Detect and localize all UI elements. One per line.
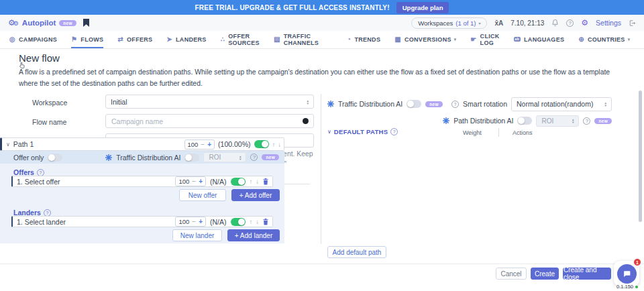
lander-enabled-toggle[interactable] (231, 218, 246, 226)
create-and-close-button[interactable]: Create and close (563, 268, 611, 280)
cursor-icon: ☛ (470, 36, 476, 43)
notifications-bell-icon[interactable] (551, 19, 559, 27)
add-default-path-button[interactable]: Add default path (327, 246, 386, 258)
globe-icon: ⊕ (578, 36, 584, 43)
add-lander-button[interactable]: + Add lander (227, 229, 280, 241)
tab-traffic-channels[interactable]: ▤TRAFFIC CHANNELS (274, 31, 319, 48)
select-stepper-icon: ▴▾ (307, 99, 309, 105)
question-icon[interactable]: ? (44, 209, 51, 217)
create-button[interactable]: Create (531, 268, 559, 280)
gear-icon[interactable]: ⚙ (581, 19, 588, 27)
smart-rotation-select[interactable]: Normal rotation(random) ▴▾ (511, 97, 612, 111)
flow-name-input[interactable] (105, 114, 314, 128)
offer-weight-stepper[interactable]: 100 − + (175, 176, 206, 186)
tab-campaigns[interactable]: ◎CAMPAIGNS (9, 31, 57, 48)
workspaces-selector[interactable]: Workspaces (1 of 1) ▾ (411, 17, 487, 29)
datetime: 7.10, 21:13 (511, 19, 544, 27)
workspaces-count: (1 of 1) (455, 19, 476, 27)
question-icon[interactable]: ? (250, 154, 258, 161)
inner-traffic-ai-toggle[interactable] (184, 154, 199, 162)
offer-weight-value: 100 (178, 178, 189, 185)
select-stepper-icon: ▴▾ (572, 118, 574, 123)
cancel-button[interactable]: Cancel (496, 268, 527, 280)
move-down-icon[interactable]: ↓ (278, 141, 280, 148)
inner-traffic-ai-group: Traffic Distribution AI ROI ▴▾ ? new (105, 152, 279, 162)
offer-only-toggle[interactable] (48, 154, 62, 162)
question-icon[interactable]: ? (390, 128, 398, 135)
path-ai-row: Path Distribution AI ROI ▴▾ ? new (327, 115, 612, 127)
scrollbar-thumb[interactable] (639, 91, 642, 222)
default-paths-label: DEFAULT PATHS (334, 128, 388, 135)
tab-flows[interactable]: ⚑FLOWS (71, 31, 103, 48)
lander-weight-value: 100 (178, 218, 189, 225)
bookmark-icon[interactable] (83, 19, 89, 27)
tab-offer-sources[interactable]: ∴OFFER SOURCES (221, 31, 260, 48)
logout-icon[interactable] (629, 19, 636, 27)
minus-icon[interactable]: − (192, 218, 196, 225)
flow-name-wrap (105, 114, 314, 128)
settings-link[interactable]: Settings (596, 19, 621, 27)
traffic-ai-toggle[interactable] (407, 100, 421, 108)
trash-icon[interactable] (262, 218, 269, 225)
tab-conversions[interactable]: ▦CONVERSIONS▾ (394, 31, 456, 48)
new-lander-button[interactable]: New lander (172, 229, 222, 241)
color-picker-dot[interactable] (303, 118, 309, 124)
path-row[interactable]: ∨ Path 1 100 − + (100.00%) ↑ ↓ (0, 137, 284, 151)
workspace-value: Initial (111, 98, 127, 106)
tab-languages[interactable]: abLANGUAGES (514, 31, 565, 48)
inner-metric-value: ROI (209, 154, 221, 161)
weight-column-header: Weight (463, 129, 482, 136)
plus-icon[interactable]: + (199, 178, 203, 185)
promo-banner: FREE TRIAL. UPGRADE & GET FULL ACCESS IN… (0, 0, 644, 15)
select-stepper-icon: ▴▾ (239, 155, 241, 160)
add-offer-button[interactable]: + Add offer (231, 189, 280, 201)
column-divider (321, 94, 321, 244)
path-enabled-toggle[interactable] (254, 140, 269, 148)
move-up-icon[interactable]: ↑ (250, 218, 252, 225)
question-icon[interactable]: ? (583, 117, 590, 125)
trash-icon[interactable] (262, 178, 269, 185)
tab-trends[interactable]: ◔TRENDS (347, 31, 380, 48)
new-offer-button[interactable]: New offer (179, 189, 226, 201)
path-weight-stepper[interactable]: 100 − + (184, 139, 215, 150)
ai-sparkle-icon (443, 117, 449, 124)
inner-metric-select[interactable]: ROI ▴▾ (203, 152, 246, 162)
upgrade-plan-button[interactable]: Upgrade plan (396, 2, 449, 13)
page-description: A flow is a predefined set of campaign d… (19, 66, 627, 89)
collapse-icon[interactable]: ∨ (6, 141, 10, 148)
header-right: Workspaces (1 of 1) ▾ x̄A 7.10, 21:13 ? … (411, 17, 636, 29)
lander-row[interactable]: 1. Select lander 100 − + (N/A) ↑ ↓ (11, 216, 273, 227)
chat-launcher[interactable]: 1 (614, 261, 639, 286)
path-percent: (100.00%) (218, 140, 250, 148)
collapse-icon: ∨ (327, 129, 331, 135)
chevron-down-icon: ▾ (478, 21, 480, 25)
path-ai-metric-select[interactable]: ROI ▴▾ (536, 115, 579, 127)
help-icon[interactable]: ? (566, 19, 574, 27)
path-ai-toggle[interactable] (517, 117, 532, 125)
move-down-icon[interactable]: ↓ (256, 218, 258, 225)
tab-countries[interactable]: ⊕COUNTRIES▾ (578, 31, 630, 48)
question-icon[interactable]: ? (451, 101, 459, 108)
plus-icon[interactable]: + (199, 218, 203, 225)
move-down-icon[interactable]: ↓ (256, 178, 258, 185)
question-icon[interactable]: ? (37, 169, 44, 176)
tab-offers[interactable]: ⇄OFFERS (117, 31, 152, 48)
chevron-down-icon: ▾ (628, 37, 631, 42)
lander-weight-stepper[interactable]: 100 − + (175, 217, 206, 227)
move-up-icon[interactable]: ↑ (250, 178, 252, 185)
workspace-select[interactable]: Initial ▴▾ (105, 95, 314, 109)
offer-only-row: Offer only Traffic Distribution AI ROI ▴… (0, 151, 284, 164)
tab-landers[interactable]: ➤LANDERS (166, 31, 206, 48)
plus-icon[interactable]: + (207, 141, 211, 148)
offer-row[interactable]: 1. Select offer 100 − + (N/A) ↑ ↓ (11, 176, 273, 187)
translate-icon[interactable]: x̄A (494, 19, 503, 27)
card-icon: ▤ (274, 36, 280, 43)
flag-icon: ⚑ (71, 36, 77, 43)
new-badge: new (425, 101, 443, 107)
move-up-icon[interactable]: ↑ (272, 141, 275, 148)
offer-enabled-toggle[interactable] (231, 178, 246, 186)
minus-icon[interactable]: − (201, 141, 205, 148)
tab-click-log[interactable]: ☛CLICK LOG (470, 31, 499, 48)
minus-icon[interactable]: − (192, 178, 196, 185)
app-header: ⚙⚙ Autopilot new Workspaces (1 of 1) ▾ x… (0, 15, 644, 31)
